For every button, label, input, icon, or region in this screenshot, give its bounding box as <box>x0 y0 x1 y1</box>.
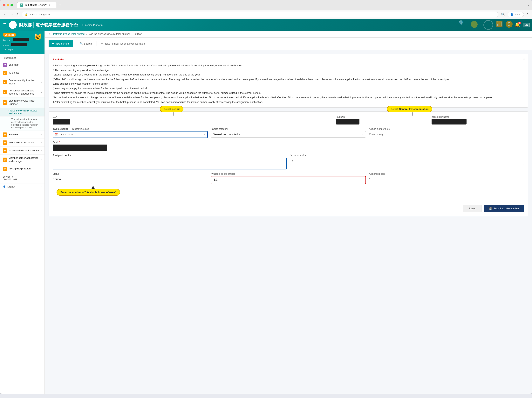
turnkey-label: TURNKEY transfer job <box>9 141 39 144</box>
maximize-window-button[interactable] <box>11 4 13 7</box>
email-label: Email * <box>53 141 524 144</box>
ministry-name: 財政部 <box>19 22 32 28</box>
select-period-callout-arrow <box>173 112 174 116</box>
turnkey-arrow-icon: › <box>41 141 42 144</box>
close-window-button[interactable] <box>3 4 6 7</box>
tab-take-number[interactable]: + Take number <box>49 40 73 47</box>
back-button[interactable]: ← <box>3 12 7 17</box>
tab-search[interactable]: 🔍 Search <box>76 41 95 47</box>
available-books-label: Available books of uses <box>211 173 366 175</box>
app-header: ☰ 🏛 財政部 電子發票整合服務平台 E-Invoice Platform 📶 … <box>0 19 532 31</box>
submit-label: Submit to take number <box>494 207 519 210</box>
sidebar-item-api-reg[interactable]: ★ API-ApiRegistration › <box>0 165 44 173</box>
member-carrier-icon: ★ <box>3 157 7 162</box>
reload-button[interactable]: ↻ <box>16 12 20 17</box>
period-clear-button[interactable]: ✕ <box>203 133 205 136</box>
browser-more-button[interactable]: ⋮ <box>526 13 529 17</box>
service-tel-number: 0800-521-988 <box>3 178 17 181</box>
reset-button[interactable]: Reset <box>463 205 481 212</box>
sidebar-item-site-map[interactable]: 🗺 Site map <box>0 61 44 69</box>
api-reg-icon: ★ <box>3 167 7 171</box>
email-row: Email * <box>53 141 524 151</box>
sidebar-item-member-carrier[interactable]: ★ Member carrier application and change … <box>0 155 44 165</box>
name-value <box>11 43 27 46</box>
action-buttons: Reset 💾 Submit to take number <box>53 205 524 212</box>
invoice-category-select[interactable]: General tax computation Special tax comp… <box>211 131 366 137</box>
books-section: Assigned books Increase books <box>53 154 524 170</box>
name-label: Name： <box>3 44 11 47</box>
member-carrier-arrow-icon: › <box>41 158 42 161</box>
submit-button[interactable]: 💾 Submit to take number <box>484 205 524 212</box>
reminder-point-2a: (1)When applying, you only need to fill … <box>53 72 524 77</box>
browser-tab[interactable]: A 電子發票整合服務平台 ✕ <box>17 2 56 8</box>
tab-bar: A 電子發票整合服務平台 ✕ + <box>17 2 526 8</box>
calendar-icon: 📅 <box>55 133 58 136</box>
account-label: Account： <box>3 39 13 42</box>
assign-note-field: Assign number note Period assign <box>369 128 524 138</box>
language-button[interactable]: EN <box>523 23 530 27</box>
sidebar-item-value-added[interactable]: ★ Value-added service center › <box>0 147 44 155</box>
forward-button[interactable]: → <box>9 12 14 17</box>
form-area: ✕ Reminder: 1.Before requesting a number… <box>45 50 532 223</box>
hamburger-menu-icon[interactable]: ☰ <box>3 23 6 27</box>
sidebar-item-turnkey[interactable]: ★ TURNKEY transfer job › <box>0 139 44 147</box>
deco-gem-icon: 💎 <box>458 20 464 26</box>
ban-row: BAN Select period Tax ID n Sele <box>53 116 524 124</box>
new-tab-button[interactable]: + <box>58 3 62 7</box>
logout-button[interactable]: 👤 Logout ↪ <box>0 183 44 190</box>
sidebar-subitem-value-added-dl[interactable]: The value-added service center downloads… <box>0 117 44 131</box>
logo-symbol: 🏛 <box>11 23 15 27</box>
breadcrumb-link[interactable]: Electronic Invoice Track Number <box>52 33 85 35</box>
callout-spacer <box>53 187 524 201</box>
zoom-button[interactable]: 🔍 <box>500 12 506 17</box>
reminder-point-2: 2.The business entity approved for "annu… <box>53 68 524 72</box>
eaiweb-arrow-icon: › <box>41 133 42 136</box>
assigned-books-right-value: 0 <box>369 176 524 182</box>
function-list-header: Function List − <box>0 54 44 61</box>
status-row: Status Normal Available books of uses 14… <box>53 173 524 184</box>
available-books-value: 14 <box>214 178 217 182</box>
sidebar-item-business-entity[interactable]: ★ Business entity function menu › <box>0 77 44 87</box>
take-number-tab-label: Take number <box>55 42 70 45</box>
todo-icon: ★ <box>3 71 7 75</box>
sidebar-item-einvoice-track[interactable]: ★ Electronic Invoice Track Number ∨ <box>0 98 44 108</box>
minimize-window-button[interactable] <box>6 4 9 7</box>
address-input-bar[interactable]: 🔒 einvoice.nat.gov.tw <box>22 12 498 17</box>
logout-label: Logout <box>7 185 15 188</box>
sidebar-item-todo[interactable]: ★ To-do list <box>0 69 44 77</box>
tab-email-config[interactable]: ✏ Take number for email configuration <box>98 41 148 47</box>
notification-count-badge: 0 <box>518 22 521 24</box>
select-general-tax-callout-arrow <box>412 112 413 116</box>
account-avatar: 🐱 <box>34 33 42 40</box>
function-list-label: Function List <box>3 57 16 59</box>
invoice-period-label: Invoice period <box>53 128 68 130</box>
main-layout: Business Account： Name： Last login 🐱 Fun… <box>0 31 532 394</box>
service-tel: Service Tel 0800-521-988 <box>0 173 44 183</box>
reminder-close-button[interactable]: ✕ <box>523 56 525 62</box>
business-entity-label: Business entity function menu <box>9 79 39 85</box>
platform-name-en: E-Invoice Platform <box>82 24 103 26</box>
value-added-dl-label: The value-added service center downloads… <box>11 118 38 129</box>
invoice-period-input[interactable]: 📅 11-12, 2024 ✕ <box>53 131 208 138</box>
sidebar-item-personnel[interactable]: ★ Personnel account and authority manage… <box>0 87 44 98</box>
sidebar-subitem-take-number[interactable]: • Take the electronic invoice track numb… <box>0 108 44 117</box>
take-number-tab-icon: + <box>52 42 54 45</box>
invoice-period-field: Invoice period Discontinue use 📅 11-12, … <box>53 128 208 138</box>
tab-close-button[interactable]: ✕ <box>51 4 53 7</box>
breadcrumb-current-page: Take the electronic invoice track number… <box>88 33 142 35</box>
site-map-label: Site map <box>9 63 42 66</box>
business-type-badge: Business <box>3 33 16 37</box>
browser-menu-chevron[interactable]: ⌄ <box>527 4 529 7</box>
reminder-point-1: 1.Before requesting a number, please fir… <box>53 63 524 68</box>
assigned-books-input[interactable] <box>53 158 287 170</box>
browser-titlebar: A 電子發票整合服務平台 ✕ + ⌄ <box>0 0 532 10</box>
traffic-lights <box>3 4 13 7</box>
guest-account-button[interactable]: 👤 Guest <box>508 12 524 17</box>
collapse-function-list-button[interactable]: − <box>40 56 42 60</box>
todo-label: To-do list <box>9 71 42 74</box>
increase-books-input[interactable] <box>290 158 524 165</box>
status-label: Status <box>53 173 208 175</box>
sidebar-item-eaiweb[interactable]: ★ EAIWEB › <box>0 131 44 139</box>
period-category-row: Invoice period Discontinue use 📅 11-12, … <box>53 128 524 138</box>
notification-bell-icon[interactable]: 🔔 0 <box>514 22 520 27</box>
